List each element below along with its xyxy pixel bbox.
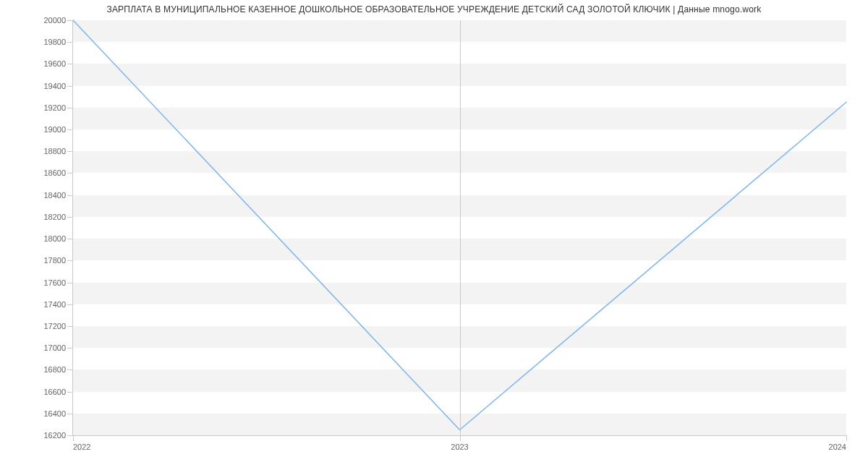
- x-axis-label: 2023: [451, 435, 468, 451]
- y-axis-label: 17400: [43, 300, 73, 309]
- y-axis-label: 19800: [43, 38, 73, 46]
- y-axis-label: 16800: [43, 365, 73, 374]
- y-axis-label: 18600: [43, 168, 73, 177]
- x-gridline: [460, 20, 461, 435]
- y-axis-label: 19600: [43, 59, 73, 68]
- chart-container: ЗАРПЛАТА В МУНИЦИПАЛЬНОЕ КАЗЕННОЕ ДОШКОЛ…: [0, 0, 868, 470]
- plot-area: 1620016400166001680017000172001740017600…: [72, 20, 846, 436]
- y-axis-label: 19400: [43, 82, 73, 90]
- y-axis-label: 16200: [43, 431, 73, 440]
- y-axis-label: 16600: [43, 388, 73, 396]
- y-axis-label: 18400: [43, 191, 73, 200]
- y-axis-label: 18000: [43, 234, 73, 243]
- x-tick: [846, 435, 847, 441]
- chart-title: ЗАРПЛАТА В МУНИЦИПАЛЬНОЕ КАЗЕННОЕ ДОШКОЛ…: [0, 4, 868, 14]
- y-axis-label: 20000: [43, 16, 73, 25]
- y-axis-label: 18200: [43, 213, 73, 221]
- y-axis-label: 17600: [43, 278, 73, 287]
- x-axis-label: 2022: [73, 435, 90, 451]
- y-axis-label: 17000: [43, 343, 73, 352]
- y-axis-label: 18800: [43, 147, 73, 155]
- y-axis-label: 19000: [43, 125, 73, 134]
- y-axis-label: 17200: [43, 322, 73, 330]
- y-axis-label: 19200: [43, 103, 73, 112]
- y-axis-label: 17800: [43, 256, 73, 265]
- y-axis-label: 16400: [43, 409, 73, 418]
- x-axis-label: 2024: [829, 435, 846, 451]
